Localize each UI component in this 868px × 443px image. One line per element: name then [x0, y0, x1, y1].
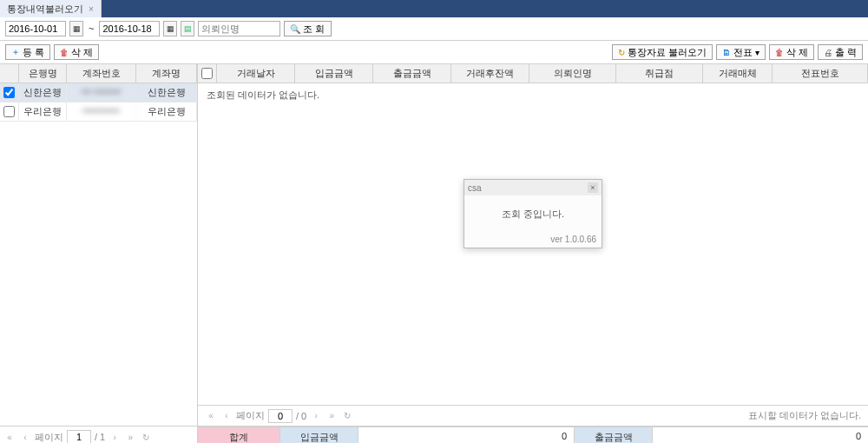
page-label: 페이지 — [35, 431, 63, 444]
delete2-button[interactable]: 🗑 삭 제 — [769, 44, 814, 60]
right-panel: 거래날자 입금금액 출금금액 거래후잔액 의뢰인명 취급점 거래매체 전표번호 … — [198, 64, 868, 426]
left-pager: « ‹ 페이지 / 1 › » ↻ — [0, 426, 198, 443]
register-button[interactable]: ＋ 등 록 — [5, 44, 50, 60]
last-page-icon[interactable]: » — [326, 410, 338, 422]
delete-label: 삭 제 — [71, 46, 93, 59]
printer-icon: 🖨 — [824, 48, 832, 57]
last-page-icon[interactable]: » — [124, 431, 136, 443]
summary-bar: 합계 입금금액 0 출금금액 0 — [198, 426, 868, 443]
prev-page-icon[interactable]: ‹ — [220, 410, 233, 422]
document-icon: 🗎 — [722, 48, 731, 57]
in-value: 0 — [358, 427, 575, 443]
client-input[interactable] — [198, 21, 280, 36]
accname-cell: 신한은행 — [136, 83, 197, 102]
check-all-header[interactable] — [198, 64, 217, 83]
next-page-icon[interactable]: › — [310, 410, 322, 422]
date-to-input[interactable] — [99, 21, 160, 36]
client-header[interactable]: 의뢰인명 — [529, 64, 616, 83]
receipt-label: 전표 — [733, 46, 753, 59]
out-label: 출금금액 — [575, 427, 653, 443]
loading-dialog: csa × 조회 중입니다. ver 1.0.0.66 — [464, 179, 602, 248]
action-toolbar: ＋ 등 록 🗑 삭 제 ↻ 통장자료 불러오기 🗎 전표 ▾ 🗑 삭 제 🖨 출… — [0, 41, 868, 64]
bank-header[interactable]: 은행명 — [19, 64, 67, 83]
dialog-message: 조회 중입니다. — [464, 195, 602, 233]
branch-header[interactable]: 취급점 — [616, 64, 703, 83]
accname-header[interactable]: 계좌명 — [136, 64, 197, 83]
next-page-icon[interactable]: › — [108, 431, 121, 443]
left-panel: 은행명 계좌번호 계좌명 신한은행 ••• •••••••• 신한은행 우리은행… — [0, 64, 198, 426]
refresh-icon[interactable]: ↻ — [341, 410, 353, 422]
voucher-header[interactable]: 전표번호 — [773, 64, 868, 83]
empty-text: 조회된 데이터가 없습니다. — [207, 89, 319, 100]
table-row[interactable]: 신한은행 ••• •••••••• 신한은행 — [0, 83, 197, 102]
row-checkbox[interactable] — [3, 87, 15, 98]
delete2-label: 삭 제 — [786, 46, 808, 59]
close-icon[interactable]: × — [89, 4, 94, 14]
out-header[interactable]: 출금금액 — [373, 64, 451, 83]
medium-header[interactable]: 거래매체 — [703, 64, 773, 83]
chevron-down-icon: ▾ — [755, 48, 760, 57]
dialog-title: csa — [468, 183, 482, 193]
accno-cell: ••••••••••• — [67, 102, 136, 121]
check-all[interactable] — [201, 68, 213, 79]
dialog-version: ver 1.0.0.66 — [464, 233, 602, 248]
accno-header[interactable]: 계좌번호 — [67, 64, 136, 83]
refresh-icon: ↻ — [618, 48, 625, 57]
page-input[interactable] — [268, 409, 293, 423]
search-icon: 🔍 — [290, 24, 300, 34]
active-tab[interactable]: 통장내역불러오기 × — [0, 0, 102, 17]
in-label: 입금금액 — [280, 427, 358, 443]
page-total: / 1 — [95, 432, 105, 442]
out-value: 0 — [653, 427, 868, 443]
plus-icon: ＋ — [11, 46, 20, 58]
transaction-grid-header: 거래날자 입금금액 출금금액 거래후잔액 의뢰인명 취급점 거래매체 전표번호 — [198, 64, 868, 83]
bank-cell: 우리은행 — [19, 102, 67, 121]
load-label: 통장자료 불러오기 — [628, 46, 707, 59]
dialog-header[interactable]: csa × — [464, 180, 602, 195]
refresh-icon[interactable]: ↻ — [140, 431, 152, 443]
account-grid: 은행명 계좌번호 계좌명 신한은행 ••• •••••••• 신한은행 우리은행… — [0, 64, 197, 426]
row-checkbox[interactable] — [3, 106, 15, 117]
tilde: ~ — [87, 23, 95, 34]
register-label: 등 록 — [23, 46, 44, 59]
bank-cell: 신한은행 — [19, 83, 67, 102]
search-toolbar: ▦ ~ ▦ ▤ 🔍 조 회 — [0, 17, 868, 41]
print-label: 출 력 — [835, 46, 857, 59]
grid-header: 은행명 계좌번호 계좌명 — [0, 64, 197, 83]
page-label: 페이지 — [236, 409, 265, 422]
calendar-icon[interactable]: ▦ — [163, 21, 177, 36]
search-label: 조 회 — [303, 23, 325, 36]
main-split: 은행명 계좌번호 계좌명 신한은행 ••• •••••••• 신한은행 우리은행… — [0, 64, 868, 426]
check-all-header[interactable] — [0, 64, 19, 83]
load-button[interactable]: ↻ 통장자료 불러오기 — [612, 44, 713, 60]
in-header[interactable]: 입금금액 — [295, 64, 373, 83]
trash-icon: 🗑 — [60, 48, 69, 57]
date-from-input[interactable] — [5, 21, 66, 36]
close-icon[interactable]: × — [588, 182, 598, 193]
transaction-grid-body: 조회된 데이터가 없습니다. csa × 조회 중입니다. ver 1.0.0.… — [198, 83, 868, 405]
date-header[interactable]: 거래날자 — [217, 64, 295, 83]
right-pager: « ‹ 페이지 / 0 › » ↻ 표시할 데이터가 없습니다. — [198, 405, 868, 426]
titlebar: 통장내역불러오기 × — [0, 0, 868, 17]
table-row[interactable]: 우리은행 ••••••••••• 우리은행 — [0, 102, 197, 122]
print-button[interactable]: 🖨 출 력 — [818, 44, 863, 60]
calendar-icon[interactable]: ▦ — [69, 21, 83, 36]
trash-icon: 🗑 — [775, 48, 784, 57]
accname-cell: 우리은행 — [136, 102, 197, 121]
first-page-icon[interactable]: « — [3, 431, 16, 443]
after-header[interactable]: 거래후잔액 — [451, 64, 529, 83]
receipt-button[interactable]: 🗎 전표 ▾ — [716, 44, 766, 60]
first-page-icon[interactable]: « — [205, 410, 217, 422]
total-label: 합계 — [198, 427, 280, 443]
empty-message: 표시할 데이터가 없습니다. — [748, 409, 861, 422]
date-preset-icon[interactable]: ▤ — [181, 21, 194, 36]
page-total: / 0 — [296, 411, 306, 421]
prev-page-icon[interactable]: ‹ — [19, 431, 31, 443]
tab-title: 통장내역불러오기 — [7, 3, 83, 16]
search-button[interactable]: 🔍 조 회 — [284, 21, 331, 36]
bottom-bar: « ‹ 페이지 / 1 › » ↻ 합계 입금금액 0 출금금액 0 — [0, 426, 868, 443]
page-input[interactable] — [67, 430, 91, 443]
accno-cell: ••• •••••••• — [67, 83, 136, 102]
delete-button[interactable]: 🗑 삭 제 — [54, 44, 99, 60]
